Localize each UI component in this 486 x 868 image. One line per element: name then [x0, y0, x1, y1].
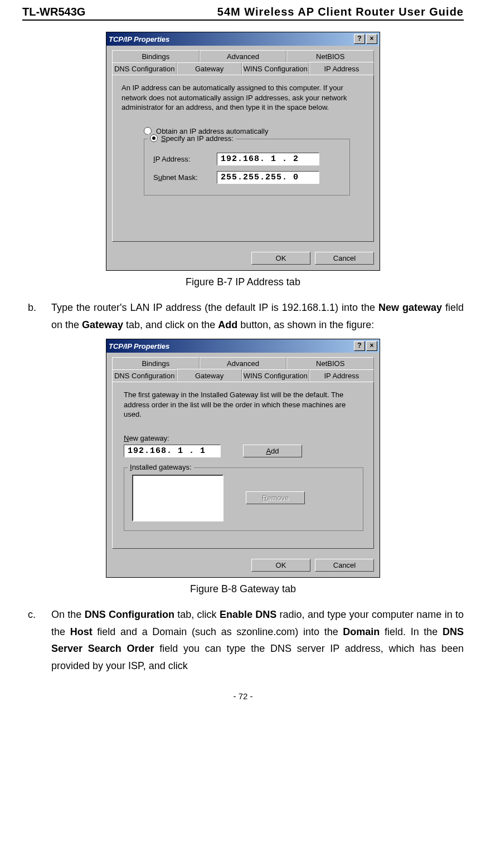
installed-gateways-label: Installed gateways: [128, 463, 194, 471]
add-button[interactable]: Add [243, 445, 302, 457]
dialog-title: TCP/IP Properties [109, 342, 169, 350]
list-marker: c. [22, 606, 51, 674]
help-button[interactable]: ? [354, 34, 365, 44]
list-marker: b. [22, 299, 51, 333]
close-button[interactable]: × [366, 341, 377, 351]
tab-dns-config[interactable]: DNS Configuration [112, 62, 177, 75]
tab-description: The first gateway in the Installed Gatew… [124, 390, 362, 420]
tab-advanced[interactable]: Advanced [200, 50, 287, 63]
model-code: TL-WR543G [22, 6, 85, 18]
tab-bindings[interactable]: Bindings [112, 357, 200, 370]
dialog-gateway: TCP/IP Properties ? × Bindings Advanced … [106, 339, 380, 578]
tab-ip-address[interactable]: IP Address [309, 62, 374, 75]
subnet-mask-label: Subnet Mask: [153, 173, 209, 182]
tab-ip-address[interactable]: IP Address [309, 369, 374, 382]
tab-dns-config[interactable]: DNS Configuration [112, 369, 177, 382]
tab-bindings[interactable]: Bindings [112, 50, 200, 63]
radio-specify-label[interactable]: Specify an IP address: [161, 134, 234, 143]
subnet-mask-input[interactable]: 255.255.255. 0 [217, 171, 319, 184]
page-number: - 72 - [22, 691, 464, 701]
help-button[interactable]: ? [354, 341, 365, 351]
tab-netbios[interactable]: NetBIOS [286, 50, 374, 63]
step-b: b. Type the router's LAN IP address (the… [22, 299, 464, 337]
page-header: TL-WR543G 54M Wireless AP Client Router … [22, 0, 464, 21]
new-gateway-label: New gateway: [124, 434, 362, 442]
installed-gateways-list[interactable] [132, 475, 223, 521]
cancel-button[interactable]: Cancel [315, 559, 374, 572]
step-text: On the DNS Configuration tab, click Enab… [51, 606, 464, 674]
tab-wins-config[interactable]: WINS Configuration [242, 369, 309, 382]
ip-address-label: IP Address: [153, 155, 209, 163]
tab-wins-config[interactable]: WINS Configuration [242, 62, 309, 75]
ok-button[interactable]: OK [251, 559, 310, 572]
tab-description: An IP address can be automatically assig… [122, 83, 365, 113]
titlebar: TCP/IP Properties ? × [106, 339, 380, 353]
titlebar: TCP/IP Properties ? × [106, 32, 380, 46]
dialog-title: TCP/IP Properties [109, 35, 169, 43]
tab-netbios[interactable]: NetBIOS [286, 357, 374, 370]
guide-title: 54M Wireless AP Client Router User Guide [217, 6, 464, 18]
ok-button[interactable]: OK [251, 252, 310, 265]
figure-caption: Figure B-8 Gateway tab [22, 583, 464, 595]
tab-gateway[interactable]: Gateway [177, 62, 241, 75]
step-c: c. On the DNS Configuration tab, click E… [22, 606, 464, 677]
tab-gateway[interactable]: Gateway [177, 369, 241, 382]
radio-icon [150, 134, 158, 142]
dialog-ip-address: TCP/IP Properties ? × Bindings Advanced … [106, 32, 380, 271]
cancel-button[interactable]: Cancel [315, 252, 374, 265]
step-text: Type the router's LAN IP address (the de… [51, 299, 464, 333]
remove-button[interactable]: Remove [246, 491, 305, 504]
new-gateway-input[interactable]: 192.168. 1 . 1 [124, 445, 221, 457]
ip-address-input[interactable]: 192.168. 1 . 2 [217, 153, 319, 165]
figure-caption: Figure B-7 IP Address tab [22, 276, 464, 288]
tab-advanced[interactable]: Advanced [200, 357, 287, 370]
close-button[interactable]: × [366, 34, 377, 44]
